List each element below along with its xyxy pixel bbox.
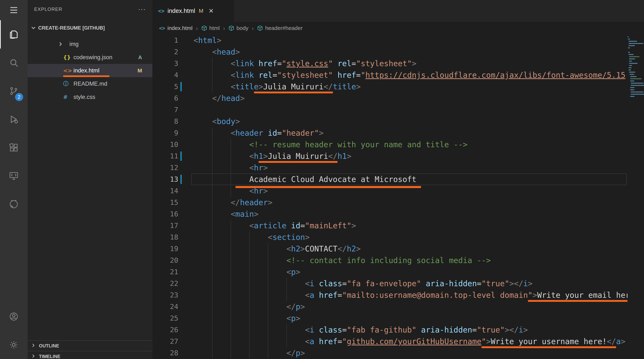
indent-guide	[249, 266, 250, 278]
indent-guide	[212, 127, 212, 139]
code-line-19[interactable]: 19 <h2>CONTACT</h2>	[152, 243, 628, 255]
file-tree: img{}codeswing.jsonA<>index.htmlMⓘREADME…	[28, 35, 152, 104]
line-number: 2	[152, 46, 178, 58]
code-line-24[interactable]: 24 </p>	[152, 301, 628, 312]
line-number: 21	[152, 266, 178, 278]
indent-guide	[212, 243, 212, 255]
file-label: index.html	[74, 67, 99, 74]
indent-guide	[231, 301, 231, 312]
outline-section-header[interactable]: OUTLINE	[28, 340, 152, 351]
code-line-9[interactable]: 9 <header id="header">	[152, 127, 628, 139]
tab-index-html[interactable]: <> index.html M ✕	[152, 0, 234, 22]
code-line-10[interactable]: 10 <!-- resume header with your name and…	[152, 139, 628, 150]
code-line-15[interactable]: 15 </header>	[152, 197, 628, 208]
indent-guide	[268, 312, 268, 324]
line-number: 11	[152, 150, 178, 162]
breadcrumb-label: header#header	[265, 25, 303, 31]
timeline-section-header[interactable]: TIMELINE	[28, 351, 152, 359]
code-line-28[interactable]: 28 </p>	[152, 347, 628, 359]
code-line-8[interactable]: 8 <body>	[152, 116, 628, 127]
source-control-icon[interactable]: 2	[0, 77, 28, 105]
explorer-icon[interactable]	[0, 20, 28, 49]
code-line-1[interactable]: 1<html>	[152, 35, 628, 46]
line-number: 17	[152, 220, 178, 231]
code-line-26[interactable]: 26 <i class="fab fa-github" aria-hidden=…	[152, 324, 628, 336]
chevron-right-icon	[31, 353, 37, 359]
code-lines: 1<html>2 <head>3 <link href="style.css" …	[152, 35, 628, 359]
code-line-21[interactable]: 21 <p>	[152, 266, 628, 278]
line-number: 25	[152, 312, 178, 324]
code-line-6[interactable]: 6 </head>	[152, 93, 628, 104]
remote-explorer-icon[interactable]	[0, 162, 28, 190]
file-tree-item-style.css[interactable]: #style.css	[28, 91, 152, 104]
indent-guide	[231, 231, 231, 243]
indent-guide	[268, 324, 268, 336]
code-line-18[interactable]: 18 <section>	[152, 231, 628, 243]
code-line-22[interactable]: 22 <i class="fa fa-envelope" aria-hidden…	[152, 278, 628, 289]
indent-guide	[212, 301, 212, 312]
workspace-section-label: CREATE-RESUME [GITHUB]	[38, 25, 105, 31]
file-label: README.md	[74, 81, 107, 87]
file-tree-item-index.html[interactable]: <>index.htmlM	[28, 64, 152, 77]
code-line-20[interactable]: 20 <!-- contact info including social me…	[152, 255, 628, 266]
indent-guide	[231, 150, 231, 162]
file-label: img	[70, 41, 78, 48]
indent-guide	[212, 139, 212, 150]
code-line-27[interactable]: 27 <a href="github.com/yourGitHubUsernam…	[152, 336, 628, 347]
file-tree-item-codeswing.json[interactable]: {}codeswing.jsonA	[28, 51, 152, 64]
indent-guide	[268, 336, 268, 347]
extensions-icon[interactable]	[0, 133, 28, 162]
close-icon[interactable]: ✕	[208, 7, 214, 15]
indent-guide	[249, 312, 250, 324]
indent-guide	[249, 278, 250, 289]
more-actions-icon[interactable]: ···	[138, 5, 146, 13]
github-icon[interactable]	[0, 190, 28, 218]
line-number: 19	[152, 243, 178, 255]
modified-line-marker	[180, 82, 182, 91]
file-tree-item-README.md[interactable]: ⓘREADME.md	[28, 77, 152, 91]
code-line-16[interactable]: 16 <main>	[152, 208, 628, 220]
activity-bar: 2	[0, 0, 28, 359]
indent-guide	[268, 347, 268, 359]
code-line-17[interactable]: 17 <article id="mainLeft">	[152, 220, 628, 231]
code-line-12[interactable]: 12 <hr>	[152, 162, 628, 174]
breadcrumb-item-body[interactable]: body	[228, 25, 248, 31]
code-line-2[interactable]: 2 <head>	[152, 46, 628, 58]
code-line-23[interactable]: 23 <a href="mailto:username@domain.top-l…	[152, 289, 628, 301]
account-icon[interactable]	[0, 302, 28, 331]
run-debug-icon[interactable]	[0, 105, 28, 133]
breadcrumb-item-html[interactable]: html	[201, 25, 220, 31]
code-line-25[interactable]: 25 <p>	[152, 312, 628, 324]
line-number: 26	[152, 324, 178, 336]
breadcrumb-label: html	[209, 25, 220, 31]
code-line-7[interactable]: 7	[152, 104, 628, 116]
line-number: 10	[152, 139, 178, 150]
indent-guide	[231, 324, 231, 336]
indent-guide	[212, 208, 212, 220]
code-line-11[interactable]: 11 <h1>Julia Muiruri</h1>	[152, 150, 628, 162]
chevron-right-icon: ›	[223, 25, 225, 32]
indent-guide	[212, 289, 212, 301]
code-editor[interactable]: 1<html>2 <head>3 <link href="style.css" …	[152, 35, 644, 359]
code-line-13[interactable]: 13 Academic Cloud Advocate at Microsoft	[152, 174, 628, 185]
breadcrumb-item-index.html[interactable]: <>index.html	[159, 25, 192, 31]
workspace-section-header[interactable]: CREATE-RESUME [GITHUB]	[28, 21, 152, 35]
settings-gear-icon[interactable]	[0, 331, 28, 359]
breadcrumb-item-header#header[interactable]: header#header	[257, 25, 303, 31]
file-label: codeswing.json	[74, 54, 112, 61]
menu-icon[interactable]	[0, 0, 28, 20]
code-line-3[interactable]: 3 <link href="style.css" rel="stylesheet…	[152, 58, 628, 69]
line-number: 12	[152, 162, 178, 174]
indent-guide	[212, 150, 212, 162]
code-line-4[interactable]: 4 <link rel="stylesheet" href="https://c…	[152, 69, 628, 81]
indent-guide	[231, 162, 231, 174]
file-tree-item-img[interactable]: img	[28, 38, 152, 51]
code-line-5[interactable]: 5 <title>Julia Muiruri</title>	[152, 81, 628, 93]
indent-guide	[212, 185, 212, 197]
json-file-icon: {}	[63, 54, 72, 61]
line-number: 13	[152, 174, 178, 185]
minimap[interactable]	[628, 35, 644, 359]
chevron-right-icon: ›	[252, 25, 254, 32]
search-icon[interactable]	[0, 49, 28, 77]
indent-guide	[231, 255, 231, 266]
